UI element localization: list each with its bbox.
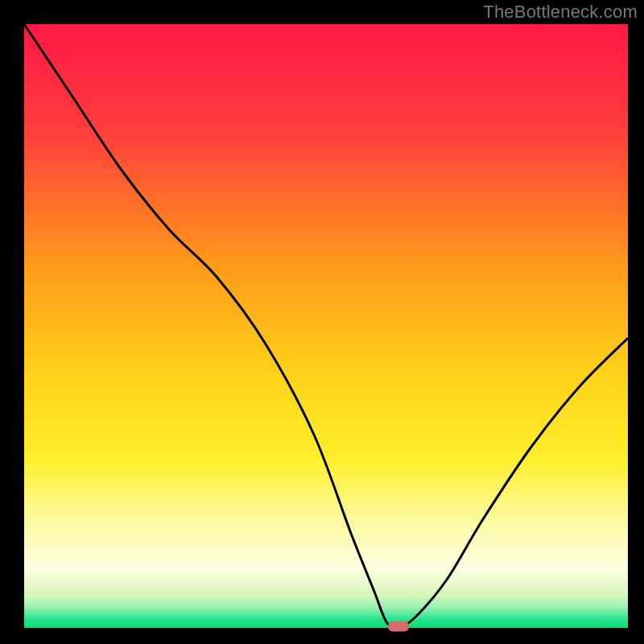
watermark-text: TheBottleneck.com — [483, 2, 638, 23]
chart-container: TheBottleneck.com — [0, 0, 644, 644]
bottleneck-chart — [0, 0, 644, 644]
plot-background — [24, 24, 628, 628]
optimum-marker — [388, 621, 409, 632]
